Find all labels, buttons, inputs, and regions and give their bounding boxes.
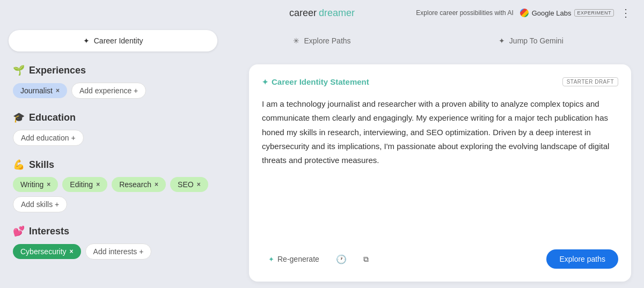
copy-icon: ⧉ <box>363 255 369 264</box>
experiences-section: 🌱 Experiences Journalist × Add experienc… <box>13 64 238 99</box>
main-content: 🌱 Experiences Journalist × Add experienc… <box>0 56 644 288</box>
explore-paths-tab-icon: ✳ <box>293 36 299 45</box>
education-label: Education <box>29 112 76 123</box>
seo-chip-label: SEO <box>178 180 194 189</box>
right-panel: ✦ Career Identity Statement STARTER DRAF… <box>249 64 631 282</box>
career-statement-text: I am a technology journalist and researc… <box>262 97 618 167</box>
history-button[interactable]: 🕐 <box>332 250 350 268</box>
explore-paths-btn-label: Explore paths <box>559 255 605 263</box>
add-experience-label: Add experience + <box>79 86 138 95</box>
seo-chip[interactable]: SEO × <box>170 177 208 192</box>
skills-title: 💪 Skills <box>13 159 238 171</box>
journalist-chip-close[interactable]: × <box>56 87 60 94</box>
experiences-emoji: 🌱 <box>13 64 25 76</box>
education-title: 🎓 Education <box>13 112 238 123</box>
journalist-chip[interactable]: Journalist × <box>13 83 67 98</box>
skills-chips-row: Writing × Editing × Research × SEO × Add… <box>13 177 238 212</box>
interests-chips-row: Cybersecurity × Add interests + <box>13 243 238 260</box>
nav-tabs: ✦ Career Identity ✳ Explore Paths ✦ Jump… <box>0 26 644 56</box>
more-menu-button[interactable]: ⋮ <box>620 6 631 19</box>
education-section: 🎓 Education Add education + <box>13 112 238 146</box>
experiences-title: 🌱 Experiences <box>13 64 238 76</box>
jump-gemini-tab-label: Jump To Gemini <box>509 36 564 45</box>
interests-emoji: 💕 <box>13 225 25 237</box>
interests-title: 💕 Interests <box>13 225 238 237</box>
add-education-label: Add education + <box>21 134 76 142</box>
card-title-label: Career Identity Statement <box>272 77 369 86</box>
journalist-chip-label: Journalist <box>20 86 53 95</box>
skills-emoji: 💪 <box>13 159 25 171</box>
logo-career: career <box>289 8 317 19</box>
add-education-chip[interactable]: Add education + <box>13 130 84 146</box>
explore-paths-tab-label: Explore Paths <box>304 36 350 45</box>
add-interests-label: Add interests + <box>93 247 144 256</box>
tab-jump-to-gemini[interactable]: ✦ Jump To Gemini <box>427 30 635 51</box>
experiences-label: Experiences <box>29 65 86 76</box>
cybersecurity-chip[interactable]: Cybersecurity × <box>13 244 81 259</box>
seo-chip-close[interactable]: × <box>197 181 201 188</box>
editing-chip-label: Editing <box>70 180 93 189</box>
add-interests-chip[interactable]: Add interests + <box>85 243 152 260</box>
add-skills-label: Add skills + <box>21 200 59 209</box>
career-identity-tab-icon: ✦ <box>83 36 90 45</box>
jump-gemini-tab-icon: ✦ <box>499 36 505 45</box>
card-title-icon: ✦ <box>262 78 268 86</box>
google-labs-badge: Google Labs EXPERIMENT <box>520 9 614 17</box>
writing-chip[interactable]: Writing × <box>13 177 58 192</box>
skills-label: Skills <box>29 159 54 171</box>
research-chip[interactable]: Research × <box>112 177 166 192</box>
footer-actions: ✦ Re-generate 🕐 ⧉ <box>262 250 375 268</box>
experiment-badge: EXPERIMENT <box>574 9 614 17</box>
google-labs-label: Google Labs <box>532 9 572 17</box>
editing-chip[interactable]: Editing × <box>62 177 107 192</box>
education-emoji: 🎓 <box>13 112 25 123</box>
tab-explore-paths[interactable]: ✳ Explore Paths <box>217 30 426 51</box>
career-identity-tab-label: Career Identity <box>94 36 143 45</box>
tab-career-identity[interactable]: ✦ Career Identity <box>9 30 217 51</box>
history-icon: 🕐 <box>336 254 347 264</box>
editing-chip-close[interactable]: × <box>96 181 100 188</box>
app-header: career dreamer Explore career possibilit… <box>0 0 644 26</box>
interests-section: 💕 Interests Cybersecurity × Add interest… <box>13 225 238 260</box>
regenerate-label: Re-generate <box>277 255 319 263</box>
card-title: ✦ Career Identity Statement <box>262 77 369 86</box>
add-experience-chip[interactable]: Add experience + <box>71 83 146 99</box>
starter-draft-badge: STARTER DRAFT <box>562 77 618 86</box>
regenerate-button[interactable]: ✦ Re-generate <box>262 252 326 267</box>
education-chips-row: Add education + <box>13 130 238 146</box>
writing-chip-close[interactable]: × <box>47 181 50 188</box>
google-icon <box>520 9 529 17</box>
card-footer: ✦ Re-generate 🕐 ⧉ Explore paths <box>262 249 618 269</box>
logo-dreamer: dreamer <box>319 8 355 19</box>
left-panel: 🌱 Experiences Journalist × Add experienc… <box>13 64 238 282</box>
writing-chip-label: Writing <box>20 180 43 189</box>
regenerate-icon: ✦ <box>268 255 274 263</box>
skills-section: 💪 Skills Writing × Editing × Research × … <box>13 159 238 212</box>
add-skills-chip[interactable]: Add skills + <box>13 196 67 212</box>
app-logo: career dreamer <box>289 8 355 19</box>
career-statement-body: I am a technology journalist and researc… <box>262 97 618 239</box>
header-right: Explore career possibilities with AI Goo… <box>416 6 631 19</box>
card-header: ✦ Career Identity Statement STARTER DRAF… <box>262 77 618 86</box>
cybersecurity-chip-close[interactable]: × <box>70 248 74 255</box>
research-chip-close[interactable]: × <box>155 181 158 188</box>
explore-ai-text: Explore career possibilities with AI <box>416 9 513 17</box>
experience-chips-row: Journalist × Add experience + <box>13 83 238 99</box>
explore-paths-button[interactable]: Explore paths <box>546 249 618 269</box>
copy-button[interactable]: ⧉ <box>357 250 375 268</box>
cybersecurity-chip-label: Cybersecurity <box>20 247 67 256</box>
research-chip-label: Research <box>119 180 151 189</box>
interests-label: Interests <box>29 226 69 237</box>
